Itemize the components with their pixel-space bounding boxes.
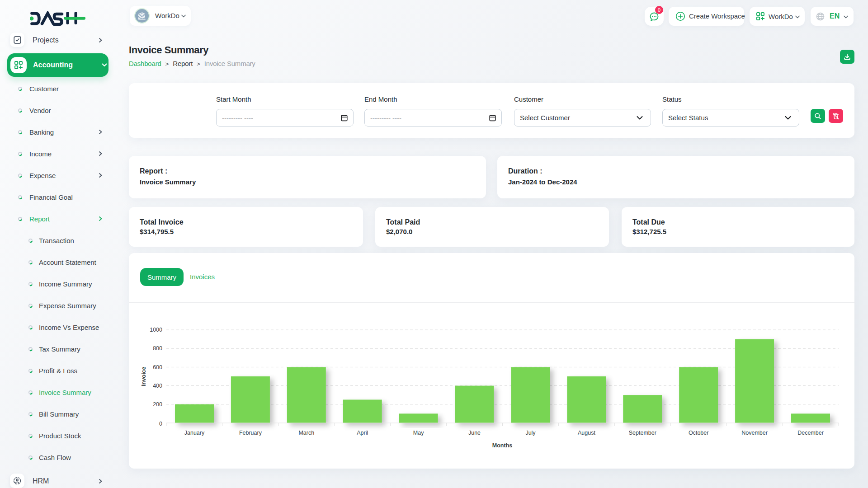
svg-text:December: December	[797, 430, 824, 436]
svg-text:September: September	[629, 430, 656, 436]
svg-text:800: 800	[153, 345, 162, 352]
svg-text:0: 0	[159, 421, 162, 427]
svg-text:Invoice: Invoice	[141, 366, 147, 386]
svg-text:March: March	[298, 430, 314, 436]
svg-text:Months: Months	[492, 442, 512, 449]
svg-text:June: June	[468, 430, 481, 436]
svg-text:600: 600	[153, 364, 162, 371]
svg-text:200: 200	[153, 401, 162, 408]
svg-text:February: February	[239, 430, 262, 436]
svg-text:August: August	[578, 430, 595, 436]
svg-text:July: July	[525, 430, 536, 436]
svg-text:November: November	[741, 430, 768, 436]
svg-text:May: May	[413, 430, 424, 436]
svg-text:January: January	[184, 430, 205, 436]
svg-text:April: April	[357, 430, 368, 436]
svg-text:October: October	[689, 430, 708, 436]
svg-text:400: 400	[153, 383, 162, 389]
svg-text:1000: 1000	[150, 327, 162, 333]
